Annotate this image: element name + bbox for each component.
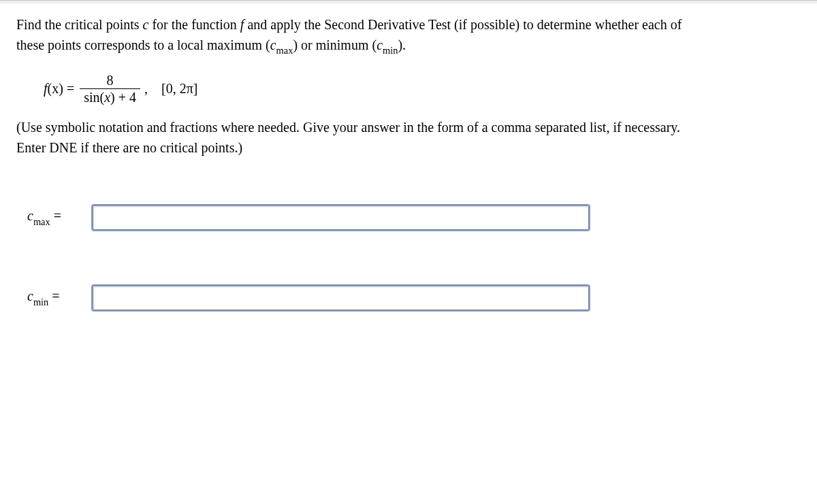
q-text-2: for the function	[148, 17, 240, 32]
cmin-input-wrap	[93, 286, 589, 310]
cmin-label: cmin =	[16, 288, 82, 307]
cmin-c: c	[27, 288, 33, 303]
cmin-sub: min	[33, 297, 48, 307]
q-text-6: ).	[398, 37, 406, 52]
answer-row-cmax: cmax =	[16, 205, 803, 230]
formula-numerator: 8	[103, 73, 118, 88]
cmin-input[interactable]	[93, 286, 589, 310]
top-divider	[0, 0, 817, 3]
answers-block: cmax = cmin =	[16, 205, 803, 310]
question-container: Find the critical points c for the funct…	[16, 14, 803, 310]
formula: f(x) = 8 sin(x) + 4 ,	[44, 73, 148, 105]
formula-of-x: (x)	[48, 81, 63, 96]
instr-line1: (Use symbolic notation and fractions whe…	[16, 120, 680, 135]
formula-eq: =	[63, 81, 74, 96]
answer-row-cmin: cmin =	[16, 286, 803, 310]
cmax-label: cmax =	[16, 208, 82, 226]
cmax-sub: max	[33, 216, 50, 227]
formula-fraction: 8 sin(x) + 4	[80, 73, 140, 105]
q-cmin-c: c	[377, 37, 383, 52]
formula-comma: ,	[144, 81, 148, 97]
q-text-3: and apply the Second Derivative Test (if…	[244, 17, 682, 32]
q-cmin-sub: min	[383, 45, 398, 56]
formula-interval: [0, 2π]	[161, 81, 197, 97]
q-text-1: Find the critical points	[16, 17, 143, 32]
formula-lhs: f(x) =	[44, 81, 74, 97]
q-cmax-sub: max	[276, 45, 293, 56]
q-text-4: these points corresponds to a local maxi…	[16, 37, 270, 52]
den-x: x	[104, 90, 110, 105]
cmax-eq: =	[50, 208, 61, 223]
den-rest: ) + 4	[110, 90, 136, 105]
q-cmax-c: c	[270, 37, 276, 52]
formula-row: f(x) = 8 sin(x) + 4 , [0, 2π]	[44, 73, 803, 105]
question-text: Find the critical points c for the funct…	[16, 14, 803, 58]
den-sin: sin(	[84, 90, 104, 105]
formula-denominator: sin(x) + 4	[80, 88, 140, 105]
q-text-5: ) or minimum (	[293, 37, 377, 52]
cmax-input[interactable]	[93, 205, 589, 230]
cmax-c: c	[27, 208, 33, 223]
cmax-input-wrap	[93, 205, 589, 230]
instructions: (Use symbolic notation and fractions whe…	[16, 117, 803, 158]
cmin-eq: =	[48, 288, 59, 303]
instr-line2: Enter DNE if there are no critical point…	[16, 140, 242, 155]
